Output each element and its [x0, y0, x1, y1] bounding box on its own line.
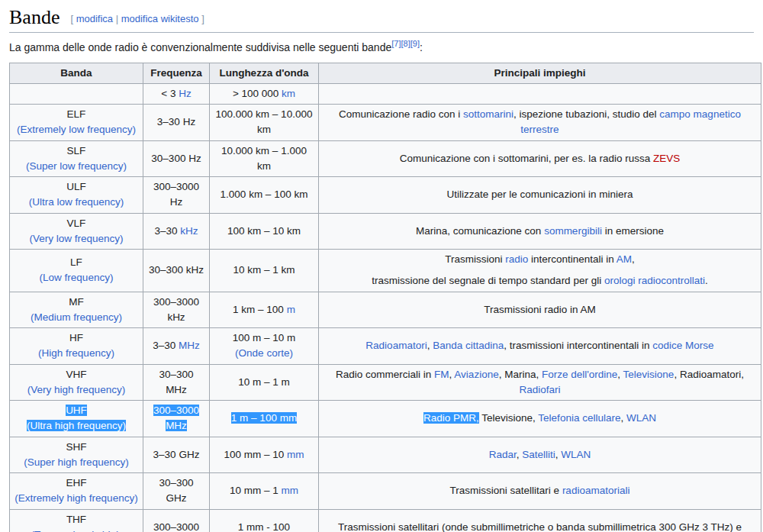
cell-line: (Very low frequency)	[14, 231, 138, 247]
wiki-link[interactable]: codice Morse	[652, 340, 713, 351]
cell-line: SLF	[14, 143, 138, 159]
text-segment: 300–3000 GHz	[153, 521, 199, 532]
wiki-link[interactable]: WLAN	[561, 449, 591, 460]
edit-link-modifica-wikitesto[interactable]: modifica wikitesto	[121, 13, 199, 24]
wiki-link[interactable]: m	[287, 304, 295, 315]
wiki-link[interactable]: (Onde corte)	[235, 347, 293, 359]
cell-line: (High frequency)	[14, 346, 138, 361]
wiki-link[interactable]: (Extremely high frequency)	[14, 492, 137, 504]
wiki-link[interactable]: Banda cittadina	[433, 340, 504, 351]
frequenza-cell: 30–300 MHz	[143, 364, 210, 401]
wiki-link[interactable]: Radar	[489, 449, 517, 460]
lunghezza-cell: 10 m – 1 m	[210, 364, 319, 401]
section-heading: Bande[ modifica | modifica wikitesto ]	[9, 5, 754, 33]
wiki-link[interactable]: Televisione	[623, 369, 674, 380]
edit-section: [ modifica | modifica wikitesto ]	[70, 13, 204, 24]
text-segment: 30–300 Hz	[151, 153, 201, 164]
wiki-link[interactable]: (Super low frequency)	[26, 160, 127, 172]
wiki-link[interactable]: AM	[617, 253, 632, 265]
selected-text: 1 m – 100 mm	[231, 412, 297, 424]
impieghi-cell: Marina, comunicazione con sommergibili i…	[319, 213, 761, 250]
wiki-link[interactable]: MHz	[179, 340, 200, 351]
impieghi-cell: Radar, Satelliti, WLAN	[319, 437, 761, 473]
wiki-link[interactable]: WLAN	[626, 412, 656, 424]
wiki-link[interactable]: Hz	[179, 88, 192, 99]
reference-link[interactable]: [7]	[391, 39, 401, 48]
wiki-link[interactable]: (Medium frequency)	[31, 311, 122, 323]
banda-cell: ULF(Ultra low frequency)	[10, 177, 143, 214]
red-wiki-link[interactable]: ZEVS	[653, 153, 680, 164]
wiki-link[interactable]: Forze dell'ordine	[542, 369, 617, 380]
cell-line: HF	[14, 330, 138, 346]
wiki-link[interactable]: (Extremely low frequency)	[17, 124, 136, 135]
wiki-link[interactable]: (Ultra low frequency)	[29, 196, 124, 208]
wiki-link[interactable]: Aviazione	[454, 369, 498, 380]
wiki-link[interactable]: Radiofari	[519, 384, 560, 395]
wiki-link[interactable]: km	[282, 88, 295, 99]
text-segment: , trasmissioni intercontinentali in	[504, 340, 652, 351]
wiki-link[interactable]: radio	[505, 253, 528, 265]
wiki-link[interactable]: mm	[287, 449, 304, 460]
cell-line: 30–300 MHz	[148, 367, 204, 398]
wiki-link[interactable]: kHz	[180, 225, 198, 237]
cell-line: 3–30 kHz	[148, 224, 204, 239]
text-segment: THF	[66, 514, 86, 525]
cell-line: Marina, comunicazione con sommergibili i…	[324, 224, 756, 239]
wiki-link[interactable]: sottomarini	[463, 108, 513, 120]
table-row-shf: SHF(Super high frequency)3–30 GHz100 mm …	[10, 437, 761, 473]
table-body: < 3 Hz> 100 000 kmELF(Extremely low freq…	[10, 83, 761, 532]
lunghezza-cell: 1.000 km – 100 km	[210, 177, 319, 214]
selected-text: (Ultra high frequency)	[27, 420, 126, 431]
table-row-sub-header: < 3 Hz> 100 000 km	[10, 83, 761, 104]
wiki-link[interactable]: (Very low frequency)	[29, 233, 123, 244]
article-content: Bande[ modifica | modifica wikitesto ] L…	[0, 0, 763, 532]
wiki-link[interactable]: (Super high frequency)	[24, 456, 128, 468]
cell-line: 1 m – 100 mm	[214, 411, 314, 426]
wiki-link[interactable]: (High frequency)	[38, 347, 114, 359]
cell-line: 100.000 km – 10.000 km	[214, 107, 314, 138]
frequenza-cell: 300–3000 MHz	[143, 401, 210, 437]
edit-link-modifica[interactable]: modifica	[76, 13, 113, 24]
wiki-link[interactable]: Telefonia cellulare	[538, 412, 620, 424]
wiki-link[interactable]: radioamatoriali	[562, 485, 630, 496]
reference-link[interactable]: [9]	[410, 39, 420, 48]
cell-line: 300–3000 kHz	[148, 295, 204, 326]
cell-line: Trasmissioni radio in AM	[324, 302, 756, 318]
impieghi-cell	[319, 83, 761, 104]
banda-cell: VHF(Very high frequency)	[10, 364, 143, 401]
impieghi-cell: Comunicazione radio con i sottomarini, i…	[319, 105, 761, 141]
lunghezza-cell: 10 km – 1 km	[210, 250, 319, 292]
wiki-link[interactable]: Satelliti	[522, 449, 555, 460]
text-segment: Trasmissioni satellitari (onde submillim…	[338, 521, 742, 532]
lunghezza-cell: 1 m – 100 mm	[210, 401, 319, 437]
wiki-link[interactable]: FM	[434, 369, 449, 380]
wiki-link[interactable]: (Very high frequency)	[27, 384, 125, 395]
text-segment: 100 km – 10 km	[227, 225, 301, 237]
frequenza-cell: 300–3000 kHz	[143, 292, 210, 328]
cell-line: (Ultra high frequency)	[14, 418, 138, 434]
wiki-link[interactable]: mm	[282, 485, 299, 496]
cell-line: 10.000 km – 1.000 km	[214, 143, 314, 175]
text-segment: intercontinentali in	[528, 253, 617, 265]
wiki-link[interactable]: (Low frequency)	[40, 272, 114, 283]
cell-line: (Extremely low frequency)	[14, 122, 138, 137]
frequenza-cell: 30–300 GHz	[143, 473, 210, 510]
impieghi-cell: Trasmissioni satellitari (onde submillim…	[319, 509, 761, 532]
wiki-link[interactable]: Radioamatori	[365, 340, 427, 351]
edit-bracket-close: ]	[199, 13, 204, 24]
impieghi-cell: Trasmissioni radio intercontinentali in …	[319, 250, 761, 292]
column-header: Frequenza	[143, 63, 210, 83]
wiki-link[interactable]: orologi radiocontrollati	[604, 275, 705, 286]
lunghezza-cell: 100 m – 10 m(Onde corte)	[210, 328, 319, 365]
text-segment: Comunicazione con i sottomarini, per es.…	[400, 153, 653, 164]
impieghi-cell: Utilizzate per le comunicazioni in minie…	[319, 177, 761, 214]
text-segment: 10 mm – 1	[230, 485, 282, 496]
wiki-link[interactable]: (Tremendously high frequency)	[31, 529, 122, 532]
frequenza-cell: 30–300 Hz	[143, 140, 210, 177]
reference-link[interactable]: [8]	[401, 39, 410, 48]
lunghezza-cell: 10.000 km – 1.000 km	[210, 140, 319, 177]
wiki-link[interactable]: sommergibili	[544, 225, 602, 237]
cell-line: 300–3000 MHz	[148, 403, 204, 434]
lunghezza-cell: 100 mm – 10 mm	[210, 437, 319, 473]
cell-line: < 3 Hz	[148, 86, 204, 102]
